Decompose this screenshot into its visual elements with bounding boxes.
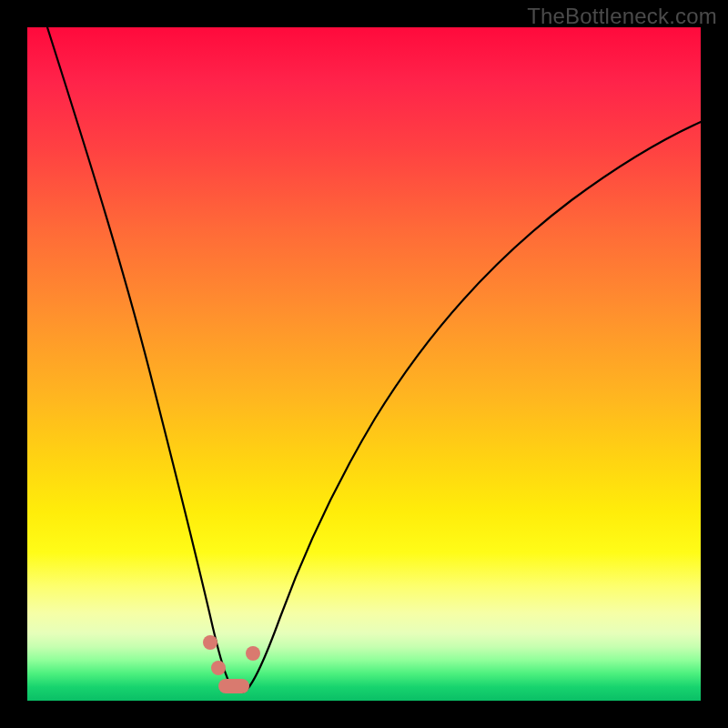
marker-dot: [203, 635, 217, 650]
watermark-text: TheBottleneck.com: [527, 4, 717, 29]
chart-frame: TheBottleneck.com: [0, 0, 728, 728]
curve-path: [47, 27, 701, 693]
bottleneck-curve: [27, 27, 701, 701]
plot-area: [27, 27, 701, 701]
marker-pill: [218, 679, 249, 693]
marker-dot: [211, 661, 226, 675]
marker-dot: [246, 646, 260, 661]
